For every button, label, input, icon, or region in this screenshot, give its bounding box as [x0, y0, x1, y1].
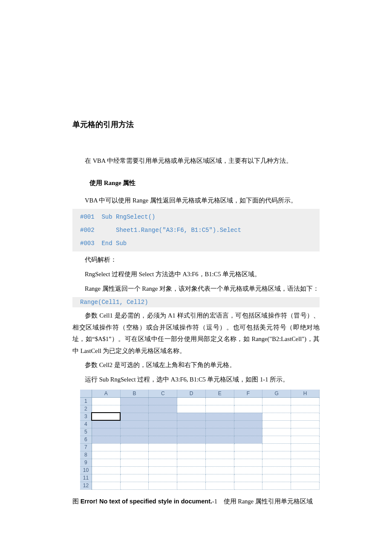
excel-row-header: 10: [80, 466, 92, 474]
excel-cell: [234, 397, 262, 405]
excel-row-header: 5: [80, 428, 92, 436]
figcap-prefix: 图: [72, 498, 81, 505]
excel-col-header: B: [120, 390, 149, 397]
excel-cell: [291, 466, 320, 474]
excel-cell: [262, 466, 291, 474]
para-cell2: 参数 Cell2 是可选的，区域左上角和右下角的单元格。: [72, 359, 320, 371]
code-desc-2: Range 属性返回一个 Range 对象，该对象代表一个单元格或单元格区域，语…: [72, 283, 320, 295]
excel-cell: [205, 482, 234, 489]
excel-cell: [262, 405, 291, 413]
excel-cell: [177, 428, 206, 436]
excel-cell: [205, 459, 234, 466]
excel-cell: [177, 459, 206, 466]
excel-cell: [262, 420, 291, 428]
excel-cell: [149, 413, 177, 420]
excel-cell: [177, 443, 206, 451]
figcap-suffix: -1: [212, 498, 217, 505]
excel-cell: [234, 482, 262, 489]
excel-cell: [291, 428, 320, 436]
excel-cell: [177, 436, 206, 443]
excel-cell: [149, 397, 177, 405]
excel-cell: [234, 405, 262, 413]
excel-col-header: E: [205, 390, 234, 397]
excel-cell: [92, 436, 120, 443]
excel-cell: [149, 405, 177, 413]
excel-cell: [291, 405, 320, 413]
excel-row-header: 9: [80, 459, 92, 466]
excel-cell: [262, 436, 291, 443]
excel-cell: [177, 482, 206, 489]
excel-row-header: 7: [80, 443, 92, 451]
excel-row-header: 11: [80, 474, 92, 482]
excel-row-header: 12: [80, 482, 92, 489]
excel-cell: [120, 451, 149, 459]
code-block-rngselect: #001 Sub RngSelect() #002 Sheet1.Range("…: [72, 209, 320, 251]
excel-col-header: D: [177, 390, 206, 397]
excel-cell: [234, 436, 262, 443]
excel-cell: [92, 420, 120, 428]
excel-cell: [262, 397, 291, 405]
excel-cell: [120, 420, 149, 428]
excel-cell: [205, 474, 234, 482]
excel-cell: [149, 420, 177, 428]
excel-cell: [205, 405, 234, 413]
excel-cell: [92, 482, 120, 489]
excel-cell: [92, 459, 120, 466]
excel-cell: [234, 466, 262, 474]
excel-cell: [92, 466, 120, 474]
figcap-text: 使用 Range 属性引用单元格区域: [224, 498, 313, 505]
para-run: 运行 Sub RngSelect 过程，选中 A3:F6, B1:C5 单元格区…: [72, 374, 320, 386]
excel-cell: [120, 436, 149, 443]
excel-col-header: G: [262, 390, 291, 397]
excel-cell: [149, 474, 177, 482]
excel-cell: [234, 451, 262, 459]
excel-cell: [92, 443, 120, 451]
excel-cell: [120, 413, 149, 420]
excel-cell: [234, 459, 262, 466]
excel-cell: [262, 428, 291, 436]
excel-cell: [120, 474, 149, 482]
excel-cell: [92, 397, 120, 405]
excel-cell: [205, 397, 234, 405]
section1-lead: VBA 中可以使用 Range 属性返回单元格或单元格区域，如下面的代码所示。: [72, 195, 320, 207]
excel-cell: [149, 428, 177, 436]
excel-col-header: A: [92, 390, 120, 397]
excel-cell: [92, 451, 120, 459]
excel-cell: [92, 474, 120, 482]
excel-cell: [262, 413, 291, 420]
syntax-block: Range(Cell1, Cell2): [72, 297, 320, 307]
figure-caption: 图 Error! No text of specified style in d…: [72, 497, 320, 506]
excel-cell: [120, 459, 149, 466]
excel-cell: [120, 405, 149, 413]
excel-cell: [92, 405, 120, 413]
excel-cell: [234, 420, 262, 428]
excel-row-header: 4: [80, 420, 92, 428]
excel-row-header: 2: [80, 405, 92, 413]
excel-cell: [291, 436, 320, 443]
code-desc-label: 代码解析：: [72, 254, 320, 266]
excel-cell: [262, 451, 291, 459]
excel-cell: [120, 466, 149, 474]
excel-cell: [177, 405, 206, 413]
doc-title: 单元格的引用方法: [72, 119, 320, 130]
excel-col-header: H: [291, 390, 320, 397]
excel-cell: [205, 428, 234, 436]
excel-row-header: 1: [80, 397, 92, 405]
excel-corner-cell: [80, 390, 92, 397]
excel-cell: [291, 397, 320, 405]
excel-cell: [205, 466, 234, 474]
excel-cell: [177, 466, 206, 474]
excel-cell: [177, 397, 206, 405]
intro-paragraph: 在 VBA 中经常需要引用单元格或单元格区域区域，主要有以下几种方法。: [72, 155, 320, 167]
excel-cell: [291, 474, 320, 482]
excel-col-header: F: [234, 390, 262, 397]
excel-grid: ABCDEFGH 123456789101112: [80, 390, 320, 490]
excel-cell: [205, 443, 234, 451]
excel-col-header: C: [149, 390, 177, 397]
code-desc-1: RngSelect 过程使用 Select 方法选中 A3:F6，B1:C5 单…: [72, 269, 320, 280]
excel-cell: [177, 413, 206, 420]
excel-cell: [177, 420, 206, 428]
para-cell1: 参数 Cell1 是必需的，必须为 A1 样式引用的宏语言，可包括区域操作符（冒…: [72, 310, 320, 357]
excel-cell: [205, 436, 234, 443]
excel-cell: [149, 482, 177, 489]
